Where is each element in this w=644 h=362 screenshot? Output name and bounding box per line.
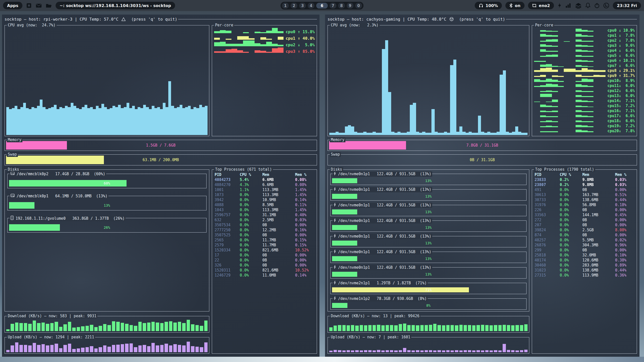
core-label-cpu19: cpu19↓ 7.2% xyxy=(608,124,635,128)
process-mem: 0B xyxy=(262,253,295,258)
clock[interactable]: 23:32 Fri xyxy=(613,2,641,9)
terminal-left-content: socktop — host: rpi-worker-3 | CPU Temp:… xyxy=(2,15,319,357)
workspace-button-3[interactable]: 3 xyxy=(299,3,306,9)
spark-bar xyxy=(243,36,249,40)
notifications-icon[interactable] xyxy=(585,3,591,9)
process-pid: 27315 xyxy=(535,273,560,278)
hist-bar xyxy=(342,325,346,331)
hist-bar xyxy=(169,345,172,352)
hist-bar xyxy=(107,347,111,352)
hist-bar xyxy=(99,326,102,331)
apps-button[interactable]: Apps xyxy=(3,2,22,9)
hist-bar xyxy=(182,345,185,352)
process-col-header: Mem % xyxy=(295,172,315,177)
hist-bar xyxy=(503,325,506,331)
hist-bar xyxy=(77,327,80,331)
folder-icon[interactable] xyxy=(46,3,52,9)
spark-bar xyxy=(576,55,582,57)
core-label-cpu6: cpu6 ↑ 10.1% xyxy=(608,59,635,63)
window-title[interactable]: ~: socktop ws://192.168.1.104:3031/ws - … xyxy=(56,2,175,9)
app-circle-icon[interactable] xyxy=(603,3,609,9)
layers-icon[interactable] xyxy=(575,3,582,9)
process-pid: 2565 xyxy=(215,238,240,243)
disk-usage-pct: 13% xyxy=(332,257,525,261)
power-profile-icon[interactable] xyxy=(557,3,561,9)
disk-usage-pct: 13% xyxy=(9,203,205,207)
workspace-button-8[interactable]: 8 xyxy=(338,3,345,9)
workspace-button-2[interactable]: 2 xyxy=(291,3,297,9)
process-col-header: PID xyxy=(535,172,560,177)
hist-bar xyxy=(6,350,10,352)
workspace-button-0[interactable]: 0 xyxy=(355,3,362,9)
process-mem: 5.5MB xyxy=(582,238,615,243)
disk-usage-pct: 13% xyxy=(332,179,525,183)
workspace-button-7[interactable]: 7 xyxy=(330,3,336,9)
network-indicator[interactable]: eno2 xyxy=(528,2,554,9)
disk-usage-bar: 13% xyxy=(9,202,205,209)
hist-bar xyxy=(204,342,208,352)
hist-bar xyxy=(453,60,456,135)
hist-bar xyxy=(404,133,407,135)
hist-bar xyxy=(485,350,489,352)
workspace-button-4[interactable]: 4 xyxy=(308,3,314,9)
workspace-button-6[interactable]: 6 xyxy=(316,3,328,9)
spark-bar xyxy=(540,65,546,67)
spark-bar xyxy=(582,85,588,87)
terminal-left[interactable]: socktop — host: rpi-worker-3 | CPU Temp:… xyxy=(2,15,319,357)
hist-bar xyxy=(199,105,202,135)
mail-icon[interactable] xyxy=(35,3,42,9)
window-icon[interactable] xyxy=(26,3,32,9)
disk-usage-pct: 13% xyxy=(332,225,525,230)
spark-bar xyxy=(546,35,552,37)
hist-bar xyxy=(351,350,354,352)
hist-bar xyxy=(334,350,337,352)
hist-bar xyxy=(357,133,360,135)
hist-bar xyxy=(71,103,73,135)
process-mem: 8.5MB xyxy=(262,202,295,207)
process-mem: 113.3MB xyxy=(262,192,295,197)
process-mem-pct: 0.00% xyxy=(295,233,315,238)
process-cpu: 0.0% xyxy=(560,222,582,228)
hist-bar xyxy=(195,325,199,331)
process-pid: 1520334 xyxy=(215,248,240,253)
hist-bar xyxy=(116,345,119,352)
hist-bar xyxy=(416,350,419,352)
swap-panel: Swap 0B / 31.1GB xyxy=(328,154,637,165)
process-mem: 0B xyxy=(582,233,615,238)
stats-icon[interactable] xyxy=(565,3,572,9)
disk-entry-0: /dev/mmcblk0p2 17.4GB / 28.8GB (60%)60% xyxy=(7,174,207,188)
disk-title: /dev/mmcblk0p2 17.4GB / 28.8GB (60%) xyxy=(10,171,106,176)
spark-bar xyxy=(576,120,582,122)
hist-bar xyxy=(332,133,335,135)
hist-bar xyxy=(54,105,57,135)
process-mem-pct: 0.38% xyxy=(615,258,635,263)
spark-bar xyxy=(546,94,552,97)
process-cpu: 0.0% xyxy=(240,273,262,278)
hist-bar xyxy=(476,350,480,352)
power-icon[interactable] xyxy=(594,3,600,9)
spark-bar xyxy=(599,75,606,77)
disk-entry-4: /dev/nvme0n1p1 122.4GB / 931.5GB (13%)13… xyxy=(330,236,527,247)
process-col-header: PID xyxy=(215,172,240,177)
hist-bar xyxy=(368,350,372,352)
hist-bar xyxy=(11,324,14,331)
disk-usage-bar: 13% xyxy=(332,178,525,183)
workspace-button-1[interactable]: 1 xyxy=(282,3,289,9)
workspace-button-9[interactable]: 9 xyxy=(347,3,353,9)
process-cpu: 0.0% xyxy=(240,222,262,228)
process-mem-pct: 0.02% xyxy=(615,238,635,243)
disk-name-usage: /dev/nvme0n1p1 122.4GB / 931.5GB (13%) xyxy=(338,203,431,208)
hist-bar xyxy=(382,49,385,135)
hist-bar xyxy=(171,106,174,135)
hist-bar xyxy=(160,323,164,331)
download-panel: Download (KB/s) — now: 13 | peak: 99426 xyxy=(328,316,529,333)
hist-bar xyxy=(116,322,119,331)
hist-bar xyxy=(450,65,453,135)
spark-bar xyxy=(576,45,582,47)
bluetooth-indicator[interactable]: on xyxy=(505,2,524,9)
process-cpu: 0.0% xyxy=(240,268,262,273)
terminal-right[interactable]: socktop — host: cachyos-gaming | CPU Tem… xyxy=(325,15,639,357)
core-label-cpu20: cpu20↓ 7.8% xyxy=(608,129,635,133)
volume-indicator[interactable]: 100% xyxy=(475,2,502,9)
process-mem: 6.6MB xyxy=(262,177,295,182)
